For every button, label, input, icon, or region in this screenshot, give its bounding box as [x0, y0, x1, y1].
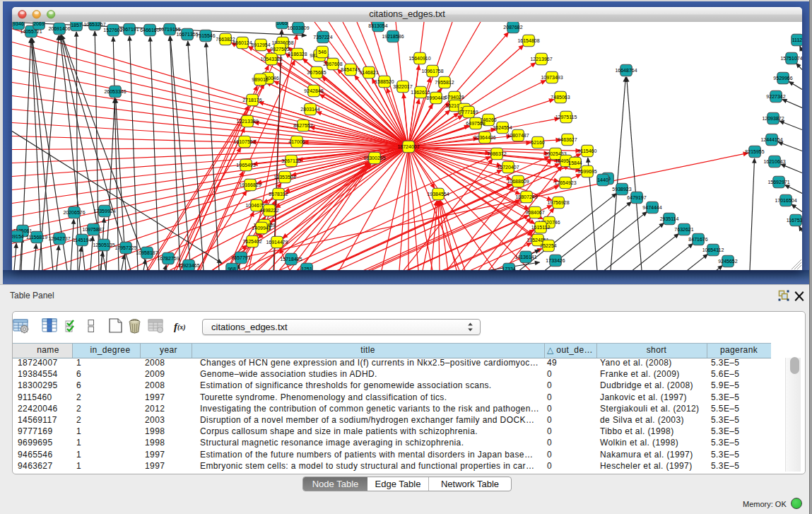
svg-text:16648764: 16648764 — [615, 67, 637, 72]
svg-text:16033809: 16033809 — [287, 25, 309, 30]
svg-text:9827503: 9827503 — [270, 46, 289, 51]
svg-text:12942737: 12942737 — [48, 235, 70, 240]
svg-text:12923465: 12923465 — [177, 262, 199, 267]
svg-text:9657791: 9657791 — [231, 255, 250, 259]
svg-text:20364436: 20364436 — [473, 134, 495, 139]
svg-text:1167534: 1167534 — [787, 217, 802, 222]
svg-text:9115460: 9115460 — [578, 148, 597, 153]
svg-text:9346: 9346 — [13, 22, 24, 26]
svg-text:1615112: 1615112 — [531, 224, 551, 229]
svg-text:17334: 17334 — [502, 266, 516, 270]
svg-text:1733426: 1733426 — [546, 257, 565, 262]
svg-text:7515546: 7515546 — [196, 33, 215, 37]
svg-text:12505135: 12505135 — [93, 242, 114, 247]
svg-text:1362615: 1362615 — [411, 89, 430, 94]
svg-text:14136141: 14136141 — [514, 254, 536, 259]
svg-text:1145194: 1145194 — [73, 237, 92, 242]
svg-text:12975115: 12975115 — [555, 114, 577, 119]
svg-text:8660124: 8660124 — [233, 40, 252, 45]
svg-text:417006: 417006 — [288, 139, 305, 144]
svg-text:8427552: 8427552 — [293, 122, 312, 127]
svg-text:2087682: 2087682 — [503, 24, 522, 29]
svg-text:20691406: 20691406 — [48, 25, 70, 30]
svg-text:17654923: 17654923 — [554, 180, 576, 185]
svg-text:10653267: 10653267 — [83, 22, 105, 27]
svg-text:9777169: 9777169 — [459, 109, 478, 114]
svg-text:1409948: 1409948 — [252, 225, 271, 230]
svg-text:26053346: 26053346 — [104, 88, 126, 93]
svg-text:9242848: 9242848 — [304, 88, 323, 93]
svg-text:9084067: 9084067 — [525, 209, 544, 214]
svg-text:1588520: 1588520 — [375, 78, 394, 83]
svg-text:9529966: 9529966 — [773, 75, 792, 80]
svg-text:8912954: 8912954 — [251, 42, 270, 47]
svg-text:16154808: 16154808 — [517, 37, 539, 42]
svg-text:18807249: 18807249 — [515, 194, 537, 199]
svg-text:12353594: 12353594 — [273, 174, 295, 179]
svg-text:9699695: 9699695 — [577, 168, 596, 173]
svg-text:9227342: 9227342 — [766, 93, 785, 98]
svg-text:7357224: 7357224 — [313, 34, 332, 39]
svg-text:10958187: 10958187 — [136, 250, 158, 255]
svg-text:10654112: 10654112 — [702, 247, 724, 252]
svg-text:9463627: 9463627 — [558, 136, 577, 141]
svg-text:7955812: 7955812 — [435, 79, 454, 84]
svg-text:20206576: 20206576 — [63, 209, 85, 214]
svg-text:19218586: 19218586 — [382, 33, 404, 38]
svg-text:9245652: 9245652 — [718, 258, 737, 263]
svg-text:10975887: 10975887 — [82, 226, 104, 231]
svg-text:8215955: 8215955 — [745, 148, 764, 153]
svg-text:1440: 1440 — [597, 177, 608, 182]
svg-text:4498222: 4498222 — [259, 207, 278, 212]
svg-text:8990448: 8990448 — [426, 95, 445, 100]
svg-text:15640910: 15640910 — [408, 55, 430, 60]
svg-text:3675685: 3675685 — [307, 69, 326, 74]
svg-text:2718176: 2718176 — [242, 97, 261, 102]
svg-text:16782759: 16782759 — [157, 255, 179, 260]
svg-text:19166829: 19166829 — [239, 182, 261, 187]
svg-text:62160: 62160 — [531, 139, 545, 144]
svg-text:15718485: 15718485 — [280, 256, 302, 261]
svg-text:15844: 15844 — [568, 160, 582, 165]
svg-text:16210643: 16210643 — [763, 158, 785, 163]
svg-text:15692971: 15692971 — [767, 179, 789, 184]
svg-text:8678312: 8678312 — [269, 191, 288, 196]
svg-text:1067191: 1067191 — [119, 26, 139, 31]
svg-text:1857: 1857 — [71, 22, 82, 27]
svg-text:18300295: 18300295 — [363, 155, 385, 160]
svg-text:1251: 1251 — [301, 266, 312, 270]
svg-text:7986372: 7986372 — [487, 151, 506, 156]
svg-text:9474444: 9474444 — [642, 204, 661, 209]
svg-text:546: 546 — [318, 49, 326, 54]
svg-text:10543382: 10543382 — [260, 56, 282, 61]
svg-text:6794028: 6794028 — [445, 94, 464, 99]
svg-text:3822017: 3822017 — [393, 83, 412, 88]
svg-text:1065: 1065 — [276, 22, 288, 25]
svg-text:17957225: 17957225 — [114, 245, 136, 250]
svg-text:10688609: 10688609 — [507, 178, 529, 183]
svg-text:7632621: 7632621 — [674, 226, 693, 231]
svg-text:19756928: 19756928 — [547, 199, 569, 204]
svg-text:989016: 989016 — [252, 76, 268, 81]
svg-text:9146821: 9146821 — [359, 69, 378, 74]
svg-text:6479197: 6479197 — [627, 194, 646, 199]
svg-text:8454749: 8454749 — [341, 66, 360, 71]
svg-text:12213967: 12213967 — [530, 56, 552, 61]
svg-text:8471676: 8471676 — [688, 236, 707, 241]
svg-text:1112: 1112 — [792, 37, 802, 42]
svg-text:3267130: 3267130 — [281, 158, 300, 163]
svg-text:10973493: 10973493 — [541, 74, 563, 79]
svg-text:2069: 2069 — [33, 22, 45, 26]
svg-text:6497568: 6497568 — [466, 120, 485, 125]
svg-text:16671355: 16671355 — [176, 31, 198, 36]
svg-text:968: 968 — [228, 266, 236, 270]
svg-text:16914479: 16914479 — [266, 239, 288, 244]
svg-text:6466160: 6466160 — [140, 27, 159, 32]
svg-text:10719155: 10719155 — [158, 26, 180, 31]
svg-text:12213389: 12213389 — [236, 118, 258, 123]
svg-text:18724007: 18724007 — [397, 144, 419, 148]
svg-text:3624554: 3624554 — [493, 124, 512, 129]
svg-text:11156819: 11156819 — [26, 234, 47, 239]
svg-text:12444154: 12444154 — [760, 136, 782, 141]
svg-text:39154: 39154 — [12, 233, 24, 238]
